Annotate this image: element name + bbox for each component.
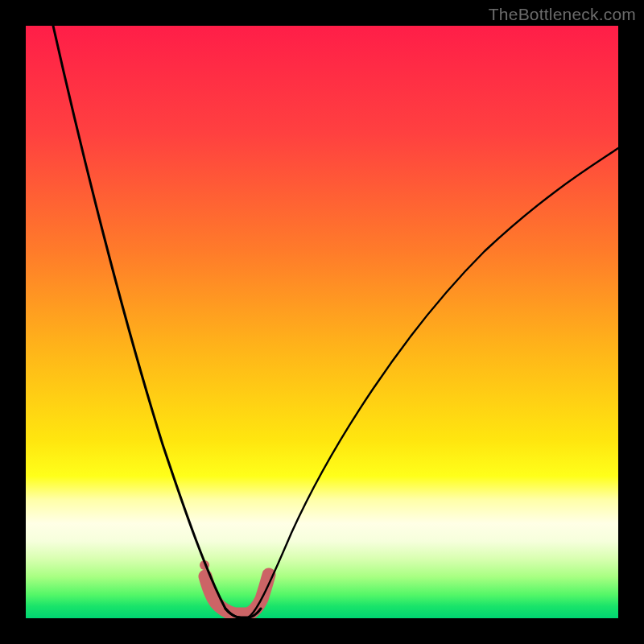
plot-area xyxy=(26,26,618,618)
valley-highlight xyxy=(205,575,269,614)
watermark-text: TheBottleneck.com xyxy=(489,5,636,24)
curve-left-branch xyxy=(53,26,240,617)
curve-right-branch xyxy=(248,148,618,617)
curve-layer xyxy=(26,26,618,618)
chart-frame: TheBottleneck.com xyxy=(0,0,644,644)
